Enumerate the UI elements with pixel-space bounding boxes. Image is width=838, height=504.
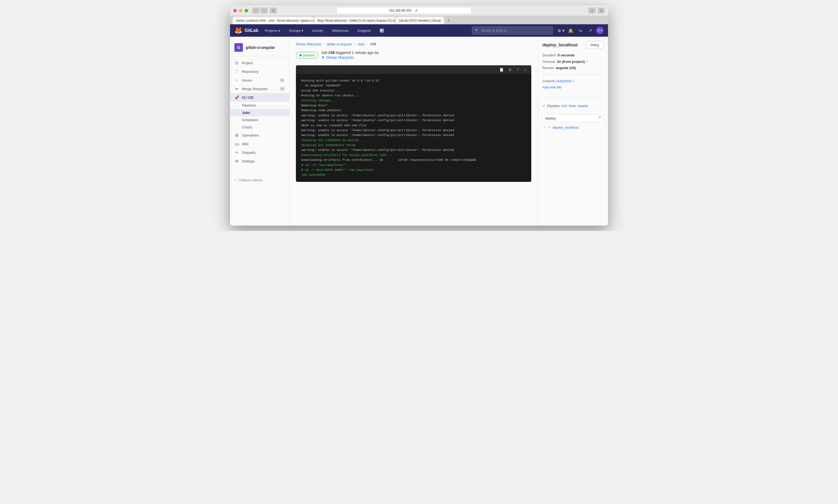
stage-select[interactable]: deploy (542, 114, 604, 122)
new-tab-button[interactable]: + (444, 17, 452, 24)
browser-tabs: deploy_localhost (#39) · Jobs · Dimas Ma… (230, 16, 608, 24)
merge-badge: 0 (279, 87, 285, 91)
flow-job-link[interactable]: deploy_localhost (553, 125, 579, 129)
terminal-trash-button[interactable]: 🗑 (507, 67, 513, 72)
terminal-line: Running on ubuntu via ubuntu... (301, 93, 526, 98)
nav-projects[interactable]: Projects ▾ (263, 28, 283, 34)
gitlab-logo[interactable]: 🦊 GitLab (234, 27, 258, 34)
sidebar-item-settings[interactable]: ⚙ Settings (230, 157, 289, 165)
terminal-wrapper: 📋 🗑 ⇑ ⇓ Running with gitlab-runner 10.5.… (296, 65, 531, 182)
terminal-scroll-top-button[interactable]: ⇑ (515, 67, 521, 72)
url-bar[interactable]: 192.168.88.253 ↺ (336, 7, 471, 14)
sidebar-item-operations[interactable]: ⊞ Operations (230, 131, 289, 140)
pipeline-check-icon: ✓ (542, 104, 546, 108)
nav-milestones[interactable]: Milestones (330, 28, 351, 34)
breadcrumb-user[interactable]: Dimas Maryanto (296, 42, 321, 46)
back-button[interactable]: ‹ (252, 7, 259, 14)
collapse-icon: « (234, 178, 236, 182)
tab-0[interactable]: deploy_localhost (#39) · Jobs · Dimas Ma… (233, 17, 314, 24)
close-button[interactable] (233, 9, 237, 13)
sidebar-item-snippets[interactable]: ✂ Snippets (230, 148, 289, 157)
sidebar-item-repository[interactable]: 📄 Repository (230, 67, 289, 76)
bell-icon[interactable]: 🔔 (567, 27, 575, 34)
sidebar-item-ci-cd[interactable]: 🚀 CI / CD (230, 93, 289, 102)
tab-1[interactable]: Blog: Dimas Maryanto - Gitlab CI, for de… (314, 17, 395, 24)
issues-icon: ○ (234, 78, 239, 82)
sidebar-item-pipelines[interactable]: Pipelines (230, 102, 289, 109)
runner-value: angular (#4) (556, 66, 576, 70)
maximize-button[interactable] (245, 9, 248, 13)
ci-cd-icon: 🚀 (234, 95, 239, 100)
terminal-toolbar: 📋 🗑 ⇑ ⇓ (296, 65, 531, 74)
sidebar-item-issues[interactable]: ○ Issues 0 (230, 76, 289, 85)
url-text: 192.168.88.253 (389, 8, 411, 13)
terminal-line: Checking out c42ed359 as master... (301, 138, 526, 143)
toolbar-right: ⎙ ⊡ (589, 7, 605, 14)
operations-icon: ⊞ (234, 133, 239, 137)
titlebar: ‹ › ⊡ 192.168.88.253 ↺ ⎙ ⊡ (230, 5, 608, 16)
timeout-help-icon[interactable]: ? (586, 59, 588, 64)
terminal-line: warning: unable to access '/home/ubuntu/… (301, 128, 526, 133)
project-icon: ⊡ (234, 61, 239, 65)
minimize-button[interactable] (239, 9, 242, 13)
sidebar-item-charts[interactable]: Charts (230, 124, 289, 131)
terminal-line: warning: unable to access '/home/ubuntu/… (301, 113, 526, 118)
sidebar-item-project[interactable]: ⊡ Project (230, 58, 289, 67)
terminal-line: Running with gitlab-runner 10.5.0 (10.5.… (301, 78, 526, 83)
terminal-line: Removing dist/ (301, 103, 526, 108)
commit-hash-link[interactable]: c42ed359 (555, 79, 571, 83)
project-name: gitlab-ci-angular (246, 45, 275, 50)
issues-badge: 0 (279, 78, 285, 82)
sidebar-item-merge-requests[interactable]: ⇋ Merge Requests 0 (230, 85, 289, 93)
reader-button[interactable]: ⊡ (270, 7, 277, 14)
duration-item: Duration: 5 seconds (542, 53, 604, 57)
main-layout: G gitlab-ci-angular ⊡ Project 📄 Reposito… (230, 37, 608, 226)
breadcrumb-jobs[interactable]: Jobs (357, 42, 365, 46)
terminal-line: Downloading artifacts from coordinator..… (301, 158, 526, 162)
terminal-line: Using SSH executor... (301, 88, 526, 93)
nav-chart-icon[interactable]: 📊 (378, 28, 386, 34)
job-user-link[interactable]: ✦ Dimas Maryanto (321, 55, 379, 60)
terminal-line: warning: unable to access '/home/ubuntu/… (301, 118, 526, 123)
pipeline-branch-link[interactable]: master (577, 104, 588, 108)
forward-button[interactable]: › (261, 7, 267, 14)
breadcrumb-project[interactable]: gitlab-ci-angular (327, 42, 352, 46)
commit-item: Commit c42ed359 ⎘ (542, 79, 604, 83)
nav-icons: ⊕ ▾ 🔔 ⇋ ↗ D ▾ (557, 27, 604, 34)
terminal-scroll-bottom-button[interactable]: ⇓ (523, 67, 528, 72)
share-button[interactable]: ⎙ (589, 7, 596, 14)
wiki-icon: 📖 (234, 142, 239, 146)
pipeline-number-link[interactable]: #14 (561, 104, 567, 108)
user-avatar[interactable]: D ▾ (596, 27, 604, 34)
project-avatar: G (234, 43, 243, 52)
nav-snippets[interactable]: Snippets (355, 28, 373, 34)
terminal-line: Downloading artifacts for build_localhos… (301, 153, 526, 158)
snippets-icon: ✂ (234, 150, 239, 155)
user-emoji: ✦ (321, 55, 325, 60)
copy-commit-icon[interactable]: ⎘ (572, 79, 574, 83)
collapse-sidebar-button[interactable]: « Collapse sidebar (230, 176, 289, 184)
add-new-file-link[interactable]: Add new file (542, 85, 561, 89)
reload-button[interactable]: ↺ (414, 8, 419, 13)
graph-icon[interactable]: ↗ (587, 27, 594, 34)
right-panel: deploy_localhost Retry Duration: 5 secon… (538, 37, 608, 226)
sidebar-toggle[interactable]: ⊡ (598, 7, 605, 14)
retry-button[interactable]: Retry (586, 41, 604, 49)
search-icon: 🔍 (475, 29, 479, 32)
sidebar-item-schedules[interactable]: Schedules (230, 116, 289, 124)
sidebar-item-jobs[interactable]: Jobs (230, 109, 289, 116)
terminal-output: Running with gitlab-runner 10.5.0 (10.5.… (296, 74, 531, 182)
nav-activity[interactable]: Activity (310, 28, 325, 34)
job-header: passed Job #39 triggered 1 minute ago by… (296, 51, 531, 60)
commit-section: Commit c42ed359 ⎘ Add new file (542, 74, 604, 94)
terminal-copy-button[interactable]: 📋 (498, 67, 505, 72)
merge-icon[interactable]: ⇋ (577, 27, 584, 34)
search-bar[interactable]: 🔍 Search or jump to... (472, 26, 553, 35)
traffic-lights (233, 9, 248, 13)
plus-icon[interactable]: ⊕ ▾ (557, 27, 565, 34)
tab-2[interactable]: GitLab CI/CD Variables | GitLab (396, 17, 444, 24)
merge-requests-icon: ⇋ (234, 87, 239, 91)
sidebar-item-wiki[interactable]: 📖 Wiki (230, 140, 289, 148)
nav-groups[interactable]: Groups ▾ (287, 28, 306, 34)
terminal-line: Job succeeded (301, 173, 526, 177)
